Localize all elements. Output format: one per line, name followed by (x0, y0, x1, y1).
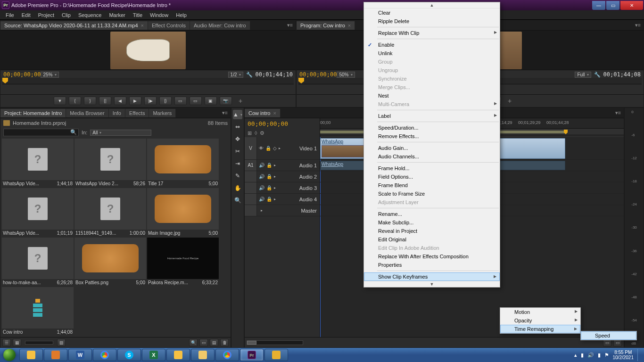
taskbar-app-files[interactable] (166, 349, 190, 361)
context-menu-item[interactable]: Speed (581, 331, 636, 340)
panel-menu-icon[interactable]: ▾≡ (612, 110, 624, 116)
context-menu-item[interactable]: Frame Blend (364, 181, 500, 189)
project-search-input[interactable] (3, 129, 79, 136)
program-zoom-select[interactable]: 50% (337, 72, 355, 78)
context-menu-item[interactable]: Replace With After Effects Composition (364, 252, 500, 261)
context-menu-item[interactable]: Audio Channels... (364, 152, 500, 161)
context-menu-item[interactable]: Frame Hold... (364, 164, 500, 173)
in-filter-select[interactable]: All (90, 130, 151, 136)
menu-scroll-down[interactable]: ▼ (364, 281, 500, 287)
project-item[interactable]: Main Image.jpg5;00 (147, 188, 219, 237)
close-icon[interactable]: × (348, 23, 351, 28)
tool-button[interactable]: ⇥ (233, 159, 242, 168)
project-item[interactable]: ?WhatsApp Video 2...58;26 (74, 139, 146, 187)
context-menu-item[interactable]: Time Remapping▶ (500, 325, 580, 333)
show-desktop-button[interactable] (637, 349, 641, 361)
context-menu-item[interactable]: Clear (364, 8, 500, 17)
panel-menu-icon[interactable]: ▾≡ (632, 22, 644, 28)
project-item[interactable]: ?WhatsApp Vide...1;44;18 (2, 139, 74, 187)
expand-icon[interactable]: ▸ (274, 174, 276, 179)
menu-file[interactable]: File (2, 11, 18, 19)
settings-icon[interactable]: 🔧 (246, 72, 253, 78)
expand-icon[interactable]: ▸ (274, 197, 276, 201)
context-menu-item[interactable]: Remove Effects... (364, 132, 500, 140)
context-menu-item[interactable]: Speed/Duration... (364, 123, 500, 132)
context-menu-item[interactable]: Nest (364, 91, 500, 100)
program-quality-select[interactable]: Full (575, 72, 591, 78)
track-toggle-icon[interactable]: 👁 (259, 146, 264, 151)
timeline-zoom-slider[interactable] (247, 340, 303, 345)
taskbar-app-media[interactable] (44, 349, 67, 361)
project-item[interactable]: ?115189441_9149...1:00:00 (74, 188, 146, 237)
transport-button[interactable]: ▭ (174, 97, 187, 105)
menu-sequence[interactable]: Sequence (74, 11, 106, 19)
track-toggle-icon[interactable]: 🔒 (266, 163, 272, 168)
source-tab[interactable]: Effect Controls (148, 21, 190, 30)
tool-button[interactable]: ✥ (233, 134, 242, 144)
expand-icon[interactable]: ▸ (261, 208, 263, 213)
menu-project[interactable]: Project (34, 11, 58, 19)
taskbar-app-paint[interactable] (264, 349, 288, 361)
menu-scroll-up[interactable]: ▲ (364, 2, 500, 8)
context-menu-item[interactable]: Properties (364, 261, 500, 269)
transport-button[interactable]: |} (159, 97, 172, 105)
menu-edit[interactable]: Edit (18, 11, 34, 19)
track-header[interactable]: 🔊🔒▸Audio 4 (245, 194, 320, 205)
list-view-button[interactable]: ☰ (2, 339, 11, 346)
track-toggle-icon[interactable]: ◇ (273, 146, 277, 151)
source-viewer[interactable] (0, 31, 296, 70)
add-button[interactable]: + (508, 97, 512, 105)
context-menu-item[interactable]: Scale to Frame Size (364, 189, 500, 198)
context-menu-item[interactable]: Unlink (364, 49, 500, 58)
context-menu-item[interactable]: Field Options... (364, 173, 500, 181)
context-menu-item[interactable]: Audio Gain... (364, 144, 500, 152)
context-menu-item[interactable]: Rename... (364, 210, 500, 218)
track-toggle-icon[interactable]: 🔒 (266, 185, 272, 190)
icon-view-button[interactable]: ▦ (13, 339, 21, 346)
new-item-button[interactable]: ▤ (210, 339, 218, 346)
project-item[interactable]: Title 175;00 (147, 139, 219, 187)
menu-marker[interactable]: Marker (105, 11, 129, 19)
track-toggle-icon[interactable]: 🔊 (259, 185, 264, 190)
project-tab[interactable]: Project: Homemade Intro (0, 109, 66, 117)
taskbar-app-skype[interactable]: S (117, 349, 141, 361)
taskbar-clock[interactable]: 8:55 PM 10/2/2021 (613, 350, 634, 360)
track-target[interactable]: A1 (245, 160, 257, 171)
start-button[interactable] (0, 348, 19, 362)
project-item[interactable]: ?how-to-make-aa...6;26;28 (2, 238, 74, 286)
new-bin-button[interactable]: ▭ (199, 339, 208, 346)
tool-button[interactable]: ✋ (233, 183, 242, 193)
context-menu-item[interactable]: Opacity▶ (500, 316, 580, 325)
window-maximize-button[interactable]: ▭ (606, 1, 619, 10)
context-menu-item[interactable]: Label▶ (364, 112, 500, 120)
taskbar-app-notes[interactable] (191, 349, 215, 361)
marker-icon[interactable]: ◊ (255, 130, 257, 136)
timeline-timecode[interactable]: 00;00;00;00 (245, 118, 320, 129)
network-icon[interactable]: ▮ (598, 352, 601, 358)
source-res-select[interactable]: 1/2 (228, 72, 243, 78)
project-tab[interactable]: Effects (125, 109, 149, 117)
delete-button[interactable]: 🗑 (220, 339, 229, 346)
track-header[interactable]: 🔊🔒▸Audio 2 (245, 171, 320, 182)
source-tab[interactable]: Audio Mixer: Cow intro (190, 21, 250, 30)
settings-icon[interactable]: 🔧 (594, 72, 601, 78)
taskbar-app-excel[interactable]: X (142, 349, 165, 361)
menu-clip[interactable]: Clip (58, 11, 74, 19)
tool-button[interactable]: ✎ (233, 171, 242, 181)
panel-menu-icon[interactable]: ▾≡ (219, 110, 231, 116)
track-header[interactable]: ▸Master (245, 205, 320, 216)
context-menu-item[interactable]: Edit Original (364, 235, 500, 244)
menu-title[interactable]: Title (129, 11, 146, 19)
project-item[interactable]: Cow intro1;44;08 (2, 287, 74, 336)
menu-window[interactable]: Window (146, 11, 172, 19)
taskbar-app-chrome2[interactable] (215, 349, 239, 361)
track-target[interactable] (245, 194, 257, 205)
track-toggle-icon[interactable]: 🔊 (259, 163, 264, 168)
source-tab[interactable]: Source: WhatsApp Video 2020-06-11 at 11.… (0, 21, 148, 30)
transport-button[interactable]: { (69, 97, 81, 105)
program-tc-in[interactable]: 00;00;00;00 (299, 71, 337, 78)
taskbar-app-explorer[interactable] (19, 349, 43, 361)
close-icon[interactable]: × (273, 110, 276, 116)
project-item[interactable]: Box Patties.png5;00 (74, 238, 146, 286)
source-zoom-select[interactable]: 25% (41, 72, 58, 78)
